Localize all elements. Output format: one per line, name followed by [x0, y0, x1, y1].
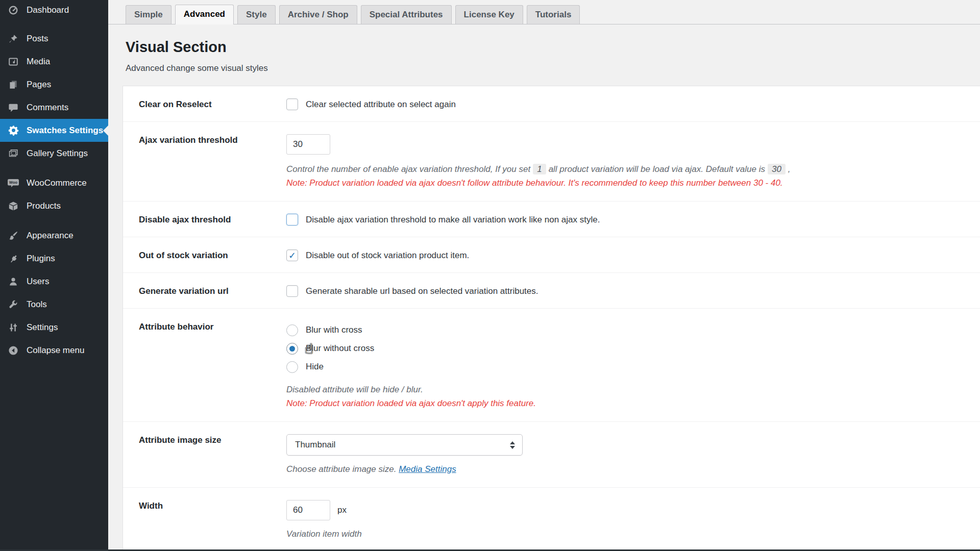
checkbox-label: Generate sharable url based on selected …	[306, 286, 538, 296]
radio-label: Hide	[306, 362, 324, 372]
user-icon	[7, 277, 20, 287]
tab-special-attributes[interactable]: Special Attributes	[361, 5, 452, 24]
checkbox-icon[interactable]	[286, 214, 298, 226]
gallery-icon	[7, 148, 20, 159]
row-attribute-behavior: Attribute behavior Blur with cross Blur …	[123, 309, 980, 422]
box-icon	[7, 201, 20, 211]
code-chip: 30	[768, 164, 786, 174]
sliders-icon	[7, 322, 20, 333]
disable-ajax-checkbox[interactable]: Disable ajax variation threshold to make…	[286, 214, 980, 226]
radio-icon[interactable]	[286, 324, 298, 336]
ajax-threshold-note: Note: Product variation loaded via ajax …	[286, 176, 980, 190]
settings-tabbar: Simple Advanced Style Archive / Shop Spe…	[108, 0, 980, 24]
row-generate-variation-url: Generate variation url Generate sharable…	[123, 273, 980, 309]
attribute-image-size-select[interactable]: Thumbnail	[286, 434, 523, 456]
radio-hide[interactable]: Hide	[286, 358, 980, 376]
page-title: Visual Section	[126, 39, 980, 56]
paintbrush-icon	[7, 231, 20, 241]
admin-sidebar: Dashboard Posts Media Pages Comments Swa	[0, 0, 108, 551]
wrench-icon	[7, 299, 20, 310]
comment-icon	[7, 103, 20, 113]
sidebar-item-comments[interactable]: Comments	[0, 96, 108, 119]
row-out-of-stock-variation: Out of stock variation Disable out of st…	[123, 237, 980, 273]
row-clear-on-reselect: Clear on Reselect Clear selected attribu…	[123, 86, 980, 122]
radio-blur-without-cross[interactable]: Blur without cross	[286, 339, 980, 358]
admin-menu: Dashboard Posts Media Pages Comments Swa	[0, 0, 108, 362]
out-of-stock-checkbox[interactable]: Disable out of stock variation product i…	[286, 249, 980, 261]
checkbox-checked-icon[interactable]	[286, 249, 298, 261]
radio-label: Blur with cross	[306, 325, 362, 335]
row-ajax-variation-threshold: Ajax variation threshold Control the num…	[123, 122, 980, 202]
sidebar-item-plugins[interactable]: Plugins	[0, 247, 108, 270]
page-subtitle: Advanced change some visual styles	[126, 63, 980, 73]
gear-icon	[7, 125, 20, 136]
clear-on-reselect-checkbox[interactable]: Clear selected attribute on select again	[286, 98, 980, 110]
tab-advanced[interactable]: Advanced	[175, 5, 234, 24]
dashboard-icon	[7, 5, 20, 15]
tab-style[interactable]: Style	[237, 5, 276, 24]
tab-license-key[interactable]: License Key	[455, 5, 523, 24]
attribute-behavior-note: Note: Product variation loaded via ajax …	[286, 396, 980, 410]
tab-tutorials[interactable]: Tutorials	[527, 5, 580, 24]
sidebar-item-swatches-settings[interactable]: Swatches Settings	[0, 119, 108, 142]
settings-card: Clear on Reselect Clear selected attribu…	[122, 86, 980, 551]
sidebar-item-settings[interactable]: Settings	[0, 316, 108, 339]
collapse-arrow-icon	[7, 345, 20, 356]
sidebar-item-pages[interactable]: Pages	[0, 73, 108, 96]
sidebar-item-appearance[interactable]: Appearance	[0, 224, 108, 247]
ajax-threshold-input[interactable]	[286, 134, 330, 155]
pages-icon	[7, 80, 20, 90]
main-content: Simple Advanced Style Archive / Shop Spe…	[108, 0, 980, 551]
radio-label: Blur without cross	[306, 343, 374, 354]
media-icon	[7, 57, 20, 67]
field-label: Attribute image size	[123, 434, 286, 476]
field-label: Width	[123, 500, 286, 541]
row-attribute-image-size: Attribute image size Thumbnail Choose at…	[123, 422, 980, 488]
row-disable-ajax-threshold: Disable ajax threshold Disable ajax vari…	[123, 202, 980, 237]
sidebar-item-dashboard[interactable]: Dashboard	[0, 0, 108, 20]
sidebar-item-users[interactable]: Users	[0, 270, 108, 293]
svg-text:Woo: Woo	[9, 180, 17, 185]
sidebar-item-tools[interactable]: Tools	[0, 293, 108, 316]
radio-selected-icon[interactable]	[286, 343, 298, 355]
field-label: Ajax variation threshold	[123, 134, 286, 190]
field-label: Generate variation url	[123, 285, 286, 297]
ajax-threshold-description: Control the number of enable ajax variat…	[286, 163, 980, 176]
sidebar-item-collapse-menu[interactable]: Collapse menu	[0, 339, 108, 362]
attribute-behavior-description: Disabled attribute will be hide / blur.	[286, 383, 980, 396]
field-label: Clear on Reselect	[123, 98, 286, 110]
sidebar-item-gallery-settings[interactable]: Gallery Settings	[0, 142, 108, 165]
sidebar-item-posts[interactable]: Posts	[0, 27, 108, 50]
plug-icon	[7, 254, 20, 264]
radio-icon[interactable]	[286, 361, 298, 373]
code-chip: 1	[533, 164, 546, 174]
attribute-image-size-description: Choose attribute image size. Media Setti…	[286, 463, 980, 476]
width-description: Variation item width	[286, 528, 980, 541]
pushpin-icon	[7, 34, 20, 44]
radio-blur-with-cross[interactable]: Blur with cross	[286, 321, 980, 339]
checkbox-label: Disable out of stock variation product i…	[306, 251, 469, 261]
width-input[interactable]	[286, 500, 330, 520]
checkbox-icon[interactable]	[286, 285, 298, 297]
media-settings-link[interactable]: Media Settings	[399, 464, 456, 474]
checkbox-icon[interactable]	[286, 98, 298, 110]
row-width: Width px Variation item width	[123, 488, 980, 551]
field-label: Out of stock variation	[123, 249, 286, 261]
select-arrows-icon	[510, 441, 515, 449]
checkbox-label: Clear selected attribute on select again	[306, 99, 456, 110]
checkbox-label: Disable ajax variation threshold to make…	[306, 215, 600, 225]
sidebar-item-woocommerce[interactable]: Woo WooCommerce	[0, 171, 108, 194]
field-label: Disable ajax threshold	[123, 214, 286, 226]
tab-simple[interactable]: Simple	[126, 5, 172, 24]
field-label: Attribute behavior	[123, 321, 286, 410]
woocommerce-icon: Woo	[7, 178, 20, 188]
tab-archive-shop[interactable]: Archive / Shop	[279, 5, 357, 24]
sidebar-item-media[interactable]: Media	[0, 50, 108, 73]
width-unit: px	[337, 505, 347, 515]
generate-url-checkbox[interactable]: Generate sharable url based on selected …	[286, 285, 980, 297]
sidebar-item-products[interactable]: Products	[0, 194, 108, 217]
select-value: Thumbnail	[295, 440, 335, 450]
